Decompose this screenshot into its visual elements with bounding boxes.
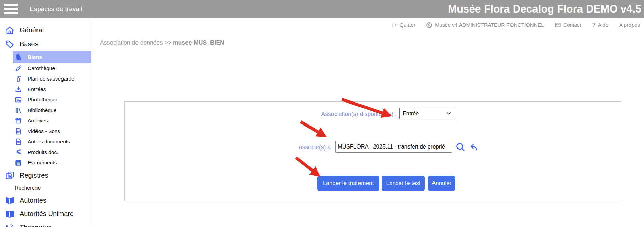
chess-knight-icon: ♞ xyxy=(14,53,22,61)
sidebar-item-videos-sons[interactable]: Vidéos - Sons xyxy=(0,126,91,136)
sidebar-item-entrees[interactable]: Entrées xyxy=(0,84,91,94)
application-window: Espaces de travail Musée Flora Decalog F… xyxy=(0,0,644,227)
sidebar-label: Vidéos - Sons xyxy=(28,128,60,134)
help-icon: ? xyxy=(592,22,595,28)
carrot-icon xyxy=(14,64,22,72)
tag-icon xyxy=(4,39,15,49)
aide-label: Aide xyxy=(598,22,609,28)
sidebar-label: Autorités Unimarc xyxy=(20,210,73,218)
sidebar-navigation: Général Bases ♞ Biens Carothèque Plan de… xyxy=(0,18,91,227)
sidebar-label: Carothèque xyxy=(28,65,55,71)
current-user-label: Musée v4 ADMINISTRATEUR FONCTIONNEL xyxy=(435,22,544,28)
sidebar-label: Registres xyxy=(20,172,48,179)
sidebar-label: Plan de sauvegarde xyxy=(28,76,74,82)
exit-icon xyxy=(391,22,397,28)
open-book-icon xyxy=(4,209,15,219)
lancer-traitement-button[interactable]: Lancer le traitement xyxy=(317,176,379,191)
archive-box-icon xyxy=(14,117,22,125)
photo-icon xyxy=(14,96,22,104)
breadcrumb-path: Association de données >> xyxy=(100,39,171,46)
sidebar-item-produits-doc[interactable]: Produits doc. xyxy=(0,147,91,157)
open-book-icon xyxy=(4,195,15,206)
user-icon xyxy=(426,22,432,28)
sidebar-label: Autres documents xyxy=(28,139,70,145)
sidebar-label: Bibliothèque xyxy=(28,107,56,113)
sidebar-label: Général xyxy=(20,26,44,34)
sidebar-label: Recherche xyxy=(15,185,41,191)
aide-link[interactable]: ? Aide xyxy=(592,22,608,28)
inbox-arrow-icon xyxy=(14,85,22,93)
sidebar-item-bibliotheque[interactable]: Bibliothèque xyxy=(0,105,91,115)
breadcrumb: Association de données >> musee-MUS_BIEN xyxy=(100,39,224,46)
registers-icon xyxy=(4,170,15,181)
sidebar-item-thesaurus[interactable]: A Thesaurus xyxy=(0,221,91,227)
video-file-icon xyxy=(14,127,22,135)
associated-to-label: associé(s) à xyxy=(299,144,331,151)
utility-bar: Quitter Musée v4 ADMINISTRATEUR FONCTION… xyxy=(391,18,640,32)
sidebar-item-plan-de-sauvegarde[interactable]: Plan de sauvegarde xyxy=(0,73,91,84)
sidebar-label: Evènements xyxy=(28,160,57,166)
mail-icon xyxy=(555,22,561,28)
sidebar-label: Archives xyxy=(28,118,48,124)
contact-link[interactable]: Contact xyxy=(555,22,581,28)
sidebar-item-carotheque[interactable]: Carothèque xyxy=(0,63,91,73)
current-user-link[interactable]: Musée v4 ADMINISTRATEUR FONCTIONNEL xyxy=(426,22,544,28)
lancer-test-button[interactable]: Lancer le test xyxy=(382,176,425,191)
undo-icon[interactable] xyxy=(468,143,478,154)
sidebar-item-autorites-unimarc[interactable]: Autorités Unimarc xyxy=(0,207,91,221)
books-icon xyxy=(14,106,22,114)
sidebar-label: Photothèque xyxy=(28,97,57,103)
sidebar-label: Entrées xyxy=(28,86,46,92)
sidebar-item-general[interactable]: Général xyxy=(0,23,91,37)
associated-to-input[interactable] xyxy=(335,141,452,153)
sidebar-item-recherche[interactable]: Recherche xyxy=(0,183,91,194)
sidebar-item-autorites[interactable]: Autorités xyxy=(0,194,91,207)
quitter-label: Quitter xyxy=(400,22,416,28)
sidebar-label: Biens xyxy=(28,54,42,60)
association-available-label: Association(s) disponible(s) : xyxy=(321,111,397,118)
sidebar-item-biens[interactable]: ♞ Biens xyxy=(13,51,91,63)
sidebar-item-autres-documents[interactable]: Autres documents xyxy=(0,136,91,147)
document-icon xyxy=(14,138,22,146)
calendar-icon xyxy=(14,159,22,167)
sidebar-label: Thesaurus xyxy=(20,224,52,227)
contact-label: Contact xyxy=(563,22,581,28)
sidebar-item-archives[interactable]: Archives xyxy=(0,115,91,126)
home-icon xyxy=(4,25,15,36)
workspace-label: Espaces de travail xyxy=(30,0,82,18)
association-select[interactable]: Entrée xyxy=(399,108,455,119)
breadcrumb-current: musee-MUS_BIEN xyxy=(173,39,224,46)
sidebar-item-registres[interactable]: Registres xyxy=(0,168,91,183)
sidebar-item-evenements[interactable]: Evènements xyxy=(0,157,91,168)
thesaurus-icon: A xyxy=(4,222,15,227)
sidebar-label: Bases xyxy=(20,40,39,48)
sidebar-label: Produits doc. xyxy=(28,149,58,155)
hamburger-menu-icon[interactable] xyxy=(4,4,18,14)
paper-stack-icon xyxy=(14,148,22,156)
quitter-link[interactable]: Quitter xyxy=(391,22,416,28)
apropos-label: A propos xyxy=(619,22,640,28)
association-form-panel: Association(s) disponible(s) : Entrée as… xyxy=(124,101,621,201)
apropos-link[interactable]: A propos xyxy=(619,22,640,28)
fire-extinguisher-icon xyxy=(14,75,22,83)
annuler-button[interactable]: Annuler xyxy=(428,176,455,191)
sidebar-label: Autorités xyxy=(20,197,46,204)
sidebar-item-bases[interactable]: Bases xyxy=(0,37,91,51)
app-title: Musée Flora Decalog Flora DEMO v4.5 xyxy=(448,0,641,18)
search-icon[interactable] xyxy=(455,142,465,153)
sidebar-item-phototheque[interactable]: Photothèque xyxy=(0,94,91,105)
top-header-bar: Espaces de travail Musée Flora Decalog F… xyxy=(0,0,644,18)
